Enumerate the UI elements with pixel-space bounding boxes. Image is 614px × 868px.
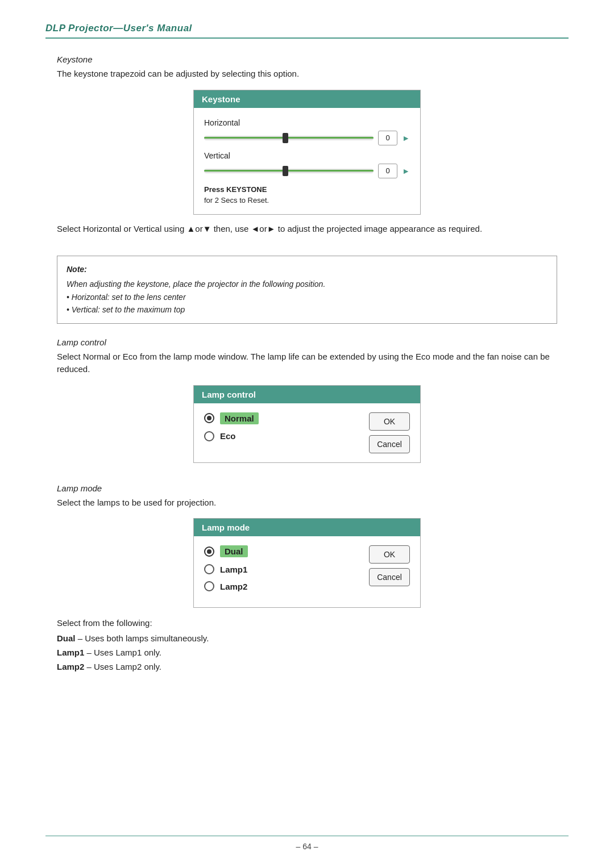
lamp-control-eco-label[interactable]: Eco xyxy=(220,431,236,441)
page-footer: – 64 – xyxy=(45,836,569,851)
vertical-right-arrow-icon[interactable]: ► xyxy=(402,166,410,176)
horizontal-label: Horizontal xyxy=(204,118,410,127)
lamp-control-dialog: Lamp control Normal xyxy=(193,385,421,463)
lamp-mode-section: Lamp mode Select the lamps to be used fo… xyxy=(57,483,557,672)
lamp-mode-lamp2-row: Lamp2 xyxy=(204,581,363,591)
horizontal-slider-track[interactable] xyxy=(204,136,374,140)
note-box: Note: When adjusting the keystone, place… xyxy=(57,256,557,324)
keystone-footer: Press KEYSTONE for 2 Secs to Reset. xyxy=(204,184,410,206)
lamp-mode-dialog: Lamp mode Dual Lamp1 xyxy=(193,518,421,608)
page-number: – 64 – xyxy=(296,842,318,851)
keystone-desc: The keystone trapezoid can be adjusted b… xyxy=(57,68,557,81)
lamp-mode-dual-label[interactable]: Dual xyxy=(220,545,248,557)
lamp-mode-dual-radio[interactable] xyxy=(204,546,214,557)
vertical-slider-value: 0 xyxy=(378,164,397,178)
horizontal-right-arrow-icon[interactable]: ► xyxy=(402,133,410,143)
lamp-control-normal-radio[interactable] xyxy=(204,413,214,423)
page: DLP Projector—User's Manual Keystone The… xyxy=(0,0,614,868)
lamp-mode-desc: Select the lamps to be used for projecti… xyxy=(57,496,557,510)
keystone-section-label: Keystone xyxy=(57,55,557,64)
horizontal-slider-thumb[interactable] xyxy=(283,133,288,143)
dual-desc-row: Dual – Uses both lamps simultaneously. xyxy=(57,633,557,643)
lamp-mode-lamp1-radio[interactable] xyxy=(204,564,214,574)
lamp-control-dialog-title: Lamp control xyxy=(194,386,420,403)
lamp-mode-dialog-body: Dual Lamp1 Lamp2 xyxy=(194,536,420,607)
vertical-slider-fill-right xyxy=(285,170,374,172)
lamp2-desc-row: Lamp2 – Uses Lamp2 only. xyxy=(57,662,557,671)
vertical-slider-thumb[interactable] xyxy=(283,166,288,176)
lamp-mode-descriptions: Select from the following: Dual – Uses b… xyxy=(57,618,557,671)
lamp-control-inner: Normal Eco OK Cancel xyxy=(204,412,410,453)
select-from-text: Select from the following: xyxy=(57,618,557,628)
note-line3: • Vertical: set to the maximum top xyxy=(67,303,547,316)
lamp-control-cancel-button[interactable]: Cancel xyxy=(369,435,410,453)
keystone-dialog-body: Horizontal 0 ► Vertical xyxy=(194,108,420,214)
vertical-slider-row: 0 ► xyxy=(204,164,410,178)
lamp-control-normal-label[interactable]: Normal xyxy=(220,412,259,424)
dual-term: Dual xyxy=(57,633,76,643)
note-title: Note: xyxy=(67,263,547,276)
dual-desc: – Uses both lamps simultaneously. xyxy=(76,633,209,643)
horizontal-slider-fill-right xyxy=(285,137,374,139)
lamp-mode-dual-row: Dual xyxy=(204,545,363,557)
lamp-control-options: Normal Eco xyxy=(204,412,363,448)
lamp-control-eco-radio[interactable] xyxy=(204,431,214,441)
lamp-mode-buttons: OK Cancel xyxy=(369,545,410,586)
lamp-mode-ok-button[interactable]: OK xyxy=(369,545,410,564)
keystone-after-desc: Select Horizontal or Vertical using ▲or▼… xyxy=(57,223,557,236)
page-title: DLP Projector—User's Manual xyxy=(45,23,192,34)
vertical-slider-track[interactable] xyxy=(204,169,374,173)
lamp-mode-lamp2-label[interactable]: Lamp2 xyxy=(220,582,247,591)
lamp-control-section-label: Lamp control xyxy=(57,337,557,347)
keystone-section: Keystone The keystone trapezoid can be a… xyxy=(57,55,557,235)
lamp-control-dialog-body: Normal Eco OK Cancel xyxy=(194,403,420,462)
keystone-footer-line2: for 2 Secs to Reset. xyxy=(204,196,269,205)
lamp1-desc-row: Lamp1 – Uses Lamp1 only. xyxy=(57,648,557,657)
keystone-dialog-title: Keystone xyxy=(194,90,420,108)
lamp-mode-lamp2-radio[interactable] xyxy=(204,581,214,591)
lamp1-term: Lamp1 xyxy=(57,648,84,657)
note-line1: When adjusting the keystone, place the p… xyxy=(67,278,547,290)
main-content: Keystone The keystone trapezoid can be a… xyxy=(45,55,569,671)
horizontal-slider-row: 0 ► xyxy=(204,131,410,145)
lamp2-desc: – Uses Lamp2 only. xyxy=(84,662,161,671)
horizontal-slider-fill-left xyxy=(204,137,285,139)
lamp-mode-inner: Dual Lamp1 Lamp2 xyxy=(204,545,410,598)
lamp-control-desc: Select Normal or Eco from the lamp mode … xyxy=(57,350,557,376)
lamp-mode-options: Dual Lamp1 Lamp2 xyxy=(204,545,363,598)
keystone-dialog: Keystone Horizontal 0 ► Vertical xyxy=(193,90,421,215)
keystone-footer-line1: Press KEYSTONE xyxy=(204,185,267,194)
page-header: DLP Projector—User's Manual xyxy=(45,23,569,39)
lamp-mode-section-label: Lamp mode xyxy=(57,483,557,493)
lamp-mode-cancel-button[interactable]: Cancel xyxy=(369,568,410,586)
lamp-mode-lamp1-label[interactable]: Lamp1 xyxy=(220,565,247,574)
vertical-label: Vertical xyxy=(204,151,410,160)
lamp-control-buttons: OK Cancel xyxy=(369,412,410,453)
lamp-mode-lamp1-row: Lamp1 xyxy=(204,564,363,574)
lamp-control-ok-button[interactable]: OK xyxy=(369,412,410,431)
lamp-control-section: Lamp control Select Normal or Eco from t… xyxy=(57,337,557,463)
lamp-control-normal-row: Normal xyxy=(204,412,363,424)
vertical-slider-fill-left xyxy=(204,170,285,172)
lamp1-desc: – Uses Lamp1 only. xyxy=(84,648,161,657)
lamp2-term: Lamp2 xyxy=(57,662,84,671)
lamp-mode-dialog-title: Lamp mode xyxy=(194,519,420,536)
note-line2: • Horizontal: set to the lens center xyxy=(67,291,547,303)
horizontal-slider-value: 0 xyxy=(378,131,397,145)
lamp-control-eco-row: Eco xyxy=(204,431,363,441)
